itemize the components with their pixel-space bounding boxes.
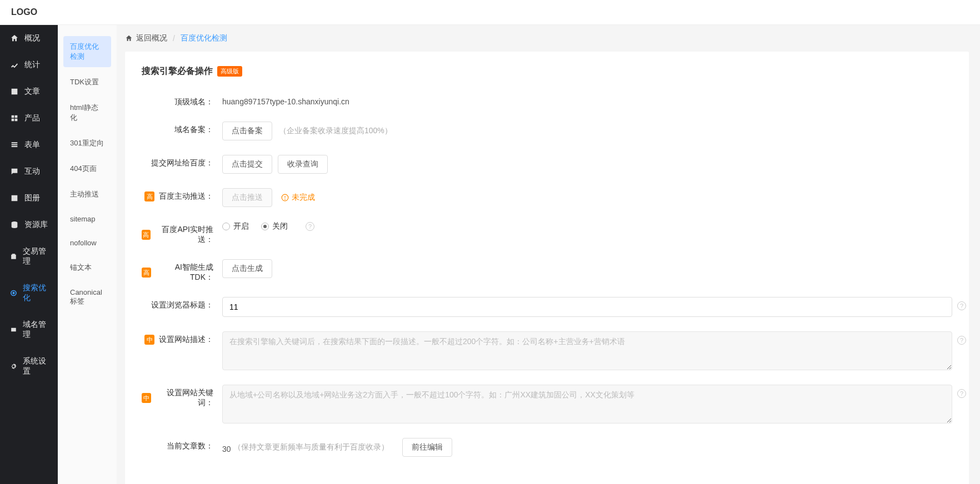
- nav-articles[interactable]: 文章: [0, 78, 58, 105]
- subnav-nofollow[interactable]: nofollow: [63, 233, 111, 253]
- gear-icon: [10, 362, 17, 371]
- breadcrumb-separator: /: [173, 34, 175, 43]
- subnav-301[interactable]: 301重定向: [63, 133, 111, 154]
- nav-seo[interactable]: 搜索优化: [0, 275, 58, 311]
- api-radio-off[interactable]: 关闭: [261, 221, 288, 231]
- chart-icon: [10, 60, 19, 69]
- push-status: 未完成: [281, 193, 315, 203]
- warning-icon: [281, 194, 289, 201]
- grid-icon: [10, 114, 19, 123]
- image-icon: [10, 194, 19, 203]
- form-actions: 保 存 取 消: [142, 471, 952, 484]
- nav-resources[interactable]: 资源库: [0, 211, 58, 238]
- sidebar-secondary: 百度优化检测 TDK设置 html静态化 301重定向 404页面 主动推送 s…: [58, 25, 117, 484]
- breadcrumb-current: 百度优化检测: [181, 33, 227, 43]
- top-header: LOGO: [0, 0, 980, 25]
- priority-badge-high: 高: [142, 230, 151, 240]
- article-count-label: 当前文章数：: [142, 438, 222, 451]
- gen-label: AI智能生成TDK：: [156, 263, 213, 283]
- main-content: 返回概况 / 百度优化检测 搜索引擎必备操作 高级版 顶级域名： huang89…: [117, 25, 980, 484]
- nav-overview[interactable]: 概况: [0, 25, 58, 52]
- priority-badge-medium: 中: [142, 393, 151, 403]
- svg-point-2: [284, 199, 285, 199]
- site-keywords-input[interactable]: [222, 385, 952, 424]
- list-icon: [10, 140, 19, 149]
- nav-gallery[interactable]: 图册: [0, 185, 58, 211]
- www-icon: [10, 325, 17, 334]
- subnav-push[interactable]: 主动推送: [63, 184, 111, 205]
- breadcrumb-back[interactable]: 返回概况: [125, 33, 167, 43]
- api-radio-group: 开启 关闭: [222, 221, 300, 231]
- clipboard-icon: [10, 252, 17, 261]
- site-description-input[interactable]: [222, 331, 952, 370]
- help-icon[interactable]: ?: [957, 389, 966, 398]
- seo-panel: 搜索引擎必备操作 高级版 顶级域名： huang897157type-10.sh…: [125, 52, 969, 484]
- breadcrumb: 返回概况 / 百度优化检测: [125, 33, 969, 43]
- nav-forms[interactable]: 表单: [0, 132, 58, 158]
- title-label: 设置浏览器标题：: [142, 297, 222, 310]
- nav-interaction[interactable]: 互动: [0, 158, 58, 185]
- priority-badge-medium: 中: [144, 335, 154, 345]
- beian-button[interactable]: 点击备案: [222, 122, 272, 140]
- article-count-value: 30: [222, 441, 231, 453]
- api-radio-on[interactable]: 开启: [222, 221, 249, 231]
- subnav-canonical[interactable]: Canonical标签: [63, 283, 111, 312]
- subnav-static[interactable]: html静态化: [63, 97, 111, 128]
- subnav-baidu-check[interactable]: 百度优化检测: [63, 36, 111, 67]
- domain-label: 顶级域名：: [142, 94, 222, 107]
- nav-products[interactable]: 产品: [0, 105, 58, 132]
- subnav-tdk[interactable]: TDK设置: [63, 72, 111, 93]
- target-icon: [10, 289, 17, 298]
- beian-label: 域名备案：: [142, 122, 222, 135]
- nav-transactions[interactable]: 交易管理: [0, 238, 58, 275]
- keyword-label: 设置网站关键词：: [156, 388, 213, 408]
- premium-badge: 高级版: [217, 66, 242, 77]
- desc-label: 设置网站描述：: [159, 335, 213, 345]
- panel-title: 搜索引擎必备操作 高级版: [142, 65, 952, 77]
- help-icon[interactable]: ?: [957, 301, 966, 310]
- nav-settings[interactable]: 系统设置: [0, 348, 58, 385]
- home-icon: [125, 34, 133, 42]
- nav-stats[interactable]: 统计: [0, 52, 58, 78]
- nav-domain[interactable]: 域名管理: [0, 311, 58, 348]
- chat-icon: [10, 167, 19, 176]
- sidebar-primary: 概况 统计 文章 产品 表单 互动 图册 资源库 交易管理 搜索优化 域名管理 …: [0, 25, 58, 484]
- submit-button[interactable]: 点击提交: [222, 155, 272, 174]
- home-icon: [10, 34, 19, 43]
- help-icon[interactable]: ?: [957, 336, 966, 345]
- generate-button[interactable]: 点击生成: [222, 259, 272, 278]
- priority-badge-high: 高: [144, 191, 154, 201]
- edit-articles-button[interactable]: 前往编辑: [402, 438, 452, 457]
- priority-badge-high: 高: [142, 268, 151, 278]
- logo: LOGO: [11, 7, 37, 17]
- db-icon: [10, 220, 19, 229]
- subnav-anchor[interactable]: 锚文本: [63, 257, 111, 278]
- subnav-404[interactable]: 404页面: [63, 158, 111, 179]
- push-label: 百度主动推送：: [159, 191, 213, 201]
- help-icon[interactable]: ?: [306, 222, 314, 231]
- browser-title-input[interactable]: [222, 297, 952, 317]
- subnav-sitemap[interactable]: sitemap: [63, 209, 111, 229]
- doc-icon: [10, 87, 19, 96]
- domain-value: huang897157type-10.shanxiyunqi.cn: [222, 94, 349, 106]
- beian-hint: （企业备案收录速度提高100%）: [279, 126, 392, 136]
- submit-label: 提交网址给百度：: [142, 155, 222, 168]
- api-label: 百度API实时推送：: [155, 225, 213, 245]
- article-hint: （保持文章更新频率与质量有利于百度收录）: [233, 442, 389, 452]
- index-query-button[interactable]: 收录查询: [278, 155, 328, 174]
- push-button: 点击推送: [222, 188, 272, 207]
